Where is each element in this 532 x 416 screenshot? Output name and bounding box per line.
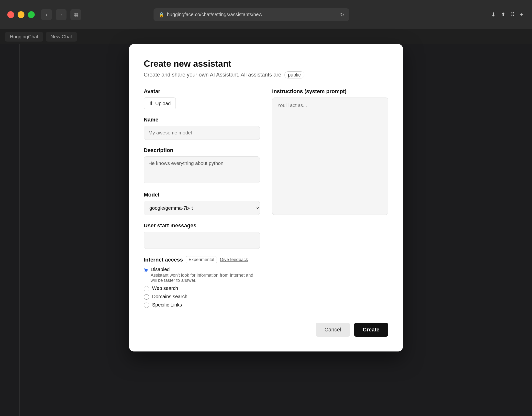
tab-bar: HuggingChat New Chat [0,29,532,44]
modal-subtitle: Create and share your own AI Assistant. … [144,71,388,78]
description-section: Description He knows everything about py… [144,147,260,184]
instructions-textarea[interactable] [272,98,388,215]
form-columns: Avatar ⬆ Upload Name Description He know… [144,88,388,313]
radio-web-option[interactable]: Web search [144,285,260,291]
radio-disabled[interactable] [144,267,148,273]
radio-domains[interactable] [144,294,149,300]
instructions-section: Instructions (system prompt) [272,88,388,216]
experimental-badge: Experimental [186,256,217,263]
browser-chrome: ‹ › ▦ 🔒 huggingface.co/chat/settings/ass… [0,0,532,29]
description-label: Description [144,147,260,153]
upload-button[interactable]: ⬆ Upload [144,98,176,109]
traffic-lights [7,11,35,18]
radio-specific-labels: Specific Links [152,302,182,308]
radio-specific-label: Specific Links [152,302,182,308]
radio-web[interactable] [144,286,149,291]
forward-button[interactable]: › [56,9,66,20]
share-icon[interactable]: ⬆ [499,10,507,19]
model-label: Model [144,192,260,198]
name-section: Name [144,117,260,140]
radio-specific[interactable] [144,303,149,308]
tab-huggingchat[interactable]: HuggingChat [5,32,43,42]
radio-disabled-labels: Disabled Assistant won't look for inform… [151,267,260,283]
minimize-traffic-light[interactable] [18,11,24,18]
instructions-label: Instructions (system prompt) [272,88,388,95]
avatar-label: Avatar [144,88,260,95]
model-section: Model google/gemma-7b-it meta-llama/Llam… [144,192,260,215]
modal-title: Create new assistant [144,59,388,69]
close-traffic-light[interactable] [7,11,14,18]
url-text: huggingface.co/chat/settings/assistants/… [167,12,262,17]
radio-web-labels: Web search [152,285,178,291]
download-icon[interactable]: ⬇ [490,10,497,19]
radio-specific-option[interactable]: Specific Links [144,302,260,308]
user-start-label: User start messages [144,222,260,229]
create-button[interactable]: Create [354,323,388,337]
model-select[interactable]: google/gemma-7b-it meta-llama/Llama-2-70… [144,201,260,215]
right-column: Instructions (system prompt) [272,88,388,313]
reload-icon[interactable]: ↻ [340,12,344,18]
user-start-input[interactable] [144,232,260,249]
back-button[interactable]: ‹ [41,9,52,20]
internet-header: Internet access Experimental Give feedba… [144,256,260,263]
upload-label: Upload [155,101,171,106]
upload-icon: ⬆ [149,100,153,107]
tab-new-chat[interactable]: New Chat [46,32,77,42]
radio-domains-option[interactable]: Domains search [144,294,260,300]
description-textarea[interactable]: He knows everything about python [144,156,260,183]
lock-icon: 🔒 [158,12,165,18]
maximize-traffic-light[interactable] [28,11,35,18]
radio-web-label: Web search [152,285,178,291]
extensions-icon[interactable]: ⠿ [509,10,516,19]
radio-domains-labels: Domains search [152,294,188,299]
radio-disabled-label: Disabled [151,267,260,272]
name-label: Name [144,117,260,123]
radio-disabled-desc: Assistant won't look for information fro… [151,273,260,283]
more-icon[interactable]: + [519,10,525,19]
avatar-section: Avatar ⬆ Upload [144,88,260,109]
radio-domains-label: Domains search [152,294,188,299]
user-start-section: User start messages [144,222,260,249]
modal-subtitle-text: Create and share your own AI Assistant. … [144,72,281,78]
sidebar-background [0,29,20,416]
address-bar[interactable]: 🔒 huggingface.co/chat/settings/assistant… [154,8,349,21]
give-feedback-link[interactable]: Give feedback [220,257,248,262]
tab-huggingchat-label: HuggingChat [10,34,38,40]
modal-create-assistant: Create new assistant Create and share yo… [129,44,403,351]
internet-access-section: Internet access Experimental Give feedba… [144,256,260,308]
tab-new-chat-label: New Chat [51,34,72,40]
action-buttons: Cancel Create [144,323,388,337]
internet-access-label: Internet access [144,257,183,263]
toolbar-icons: ⬇ ⬆ ⠿ + [490,10,525,19]
sidebar-toggle-button[interactable]: ▦ [70,9,81,20]
cancel-button[interactable]: Cancel [316,323,350,337]
left-column: Avatar ⬆ Upload Name Description He know… [144,88,260,313]
name-input[interactable] [144,126,260,140]
public-badge: public [284,71,304,78]
radio-disabled-option[interactable]: Disabled Assistant won't look for inform… [144,267,260,283]
